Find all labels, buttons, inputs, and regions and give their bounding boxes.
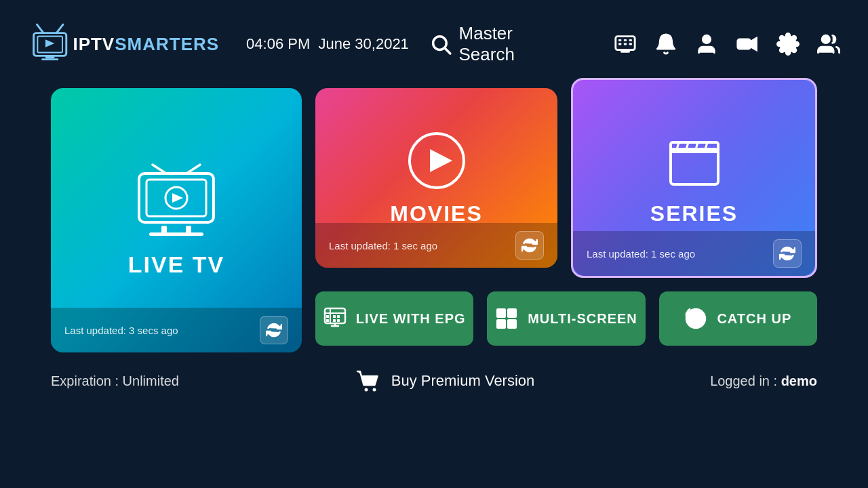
- multi-screen-label: MULTI-SCREEN: [528, 311, 637, 327]
- svg-rect-54: [507, 308, 517, 318]
- svg-point-18: [703, 35, 710, 43]
- multi-user-icon-btn[interactable]: [816, 32, 841, 56]
- svg-rect-5: [45, 56, 54, 58]
- svg-rect-56: [507, 319, 517, 329]
- svg-marker-20: [750, 37, 757, 51]
- bottom-buttons-row: LIVE WITH EPG MULTI-SCREEN: [315, 291, 817, 346]
- svg-point-23: [822, 35, 829, 43]
- epg-icon-btn[interactable]: [613, 32, 637, 56]
- svg-marker-34: [430, 149, 452, 172]
- svg-rect-45: [333, 315, 336, 318]
- buy-premium-label: Buy Premium Version: [391, 372, 535, 390]
- settings-icon-btn[interactable]: [776, 32, 800, 56]
- logo: IPTVSMARTERS: [27, 20, 219, 68]
- cart-icon: [355, 367, 382, 394]
- series-card[interactable]: SERIES Last updated: 1 sec ago: [571, 78, 817, 278]
- movies-last-updated: Last updated: 1 sec ago: [329, 240, 437, 251]
- movies-footer: Last updated: 1 sec ago: [315, 223, 557, 268]
- svg-rect-11: [624, 39, 627, 41]
- header-icons: REC: [613, 32, 841, 56]
- svg-rect-35: [671, 149, 718, 184]
- live-tv-title: LIVE TV: [128, 251, 224, 278]
- svg-line-1: [56, 24, 63, 33]
- svg-rect-13: [618, 43, 621, 45]
- svg-rect-55: [496, 319, 506, 329]
- live-tv-refresh-btn[interactable]: [260, 316, 288, 344]
- svg-rect-10: [618, 39, 621, 41]
- svg-rect-49: [326, 315, 329, 318]
- live-tv-icon: [129, 163, 224, 238]
- svg-rect-12: [629, 39, 632, 41]
- svg-marker-4: [45, 39, 54, 47]
- record-icon-btn[interactable]: REC: [735, 32, 760, 56]
- series-title: SERIES: [650, 201, 738, 226]
- live-tv-footer: Last updated: 3 secs ago: [51, 308, 302, 352]
- multi-screen-btn[interactable]: MULTI-SCREEN: [487, 291, 645, 346]
- svg-point-59: [372, 388, 376, 392]
- catch-up-icon: [684, 307, 707, 330]
- svg-rect-48: [337, 319, 340, 322]
- live-epg-label: LIVE WITH EPG: [356, 311, 466, 327]
- movies-refresh-btn[interactable]: [515, 231, 544, 260]
- live-tv-last-updated: Last updated: 3 secs ago: [64, 325, 178, 336]
- live-tv-card[interactable]: LIVE TV Last updated: 3 secs ago: [51, 88, 302, 352]
- svg-rect-46: [337, 315, 340, 318]
- series-refresh-btn[interactable]: [773, 239, 802, 268]
- svg-marker-29: [172, 193, 183, 203]
- svg-rect-47: [333, 319, 336, 322]
- movies-icon: [406, 130, 467, 191]
- svg-line-0: [37, 24, 43, 33]
- top-cards-row: MOVIES Last updated: 1 sec ago: [315, 88, 817, 278]
- series-footer: Last updated: 1 sec ago: [573, 231, 815, 276]
- svg-text:REC: REC: [741, 43, 751, 48]
- right-column: MOVIES Last updated: 1 sec ago: [315, 88, 817, 346]
- profile-icon-btn[interactable]: [694, 32, 719, 56]
- svg-point-58: [364, 388, 368, 392]
- svg-rect-14: [624, 43, 627, 45]
- main-content: LIVE TV Last updated: 3 secs ago: [0, 88, 868, 352]
- notification-icon-btn[interactable]: [654, 32, 678, 56]
- svg-rect-15: [629, 43, 632, 45]
- live-epg-btn[interactable]: LIVE WITH EPG: [315, 291, 473, 346]
- logged-in-area: Logged in : demo: [710, 373, 817, 389]
- catch-up-btn[interactable]: CATCH UP: [659, 291, 817, 346]
- search-area[interactable]: Master Search: [429, 23, 572, 65]
- epg-btn-icon: [323, 307, 347, 330]
- catch-up-label: CATCH UP: [717, 311, 791, 327]
- search-label: Master Search: [459, 23, 572, 65]
- svg-rect-32: [149, 232, 203, 236]
- svg-rect-50: [326, 319, 329, 322]
- movies-title: MOVIES: [390, 201, 482, 226]
- movies-card[interactable]: MOVIES Last updated: 1 sec ago: [315, 88, 557, 268]
- expiration-text: Expiration : Unlimited: [51, 373, 179, 389]
- svg-line-8: [445, 48, 450, 54]
- footer: Expiration : Unlimited Buy Premium Versi…: [0, 352, 868, 394]
- search-icon: [429, 33, 452, 56]
- series-icon: [664, 130, 725, 191]
- logo-text: IPTVSMARTERS: [73, 34, 219, 55]
- header: IPTVSMARTERS 04:06 PM June 30,2021 Maste…: [0, 0, 868, 88]
- buy-premium-btn[interactable]: Buy Premium Version: [355, 367, 535, 394]
- svg-rect-6: [41, 58, 58, 60]
- datetime: 04:06 PM June 30,2021: [246, 35, 409, 53]
- username: demo: [781, 373, 817, 388]
- svg-rect-53: [496, 308, 506, 318]
- cards-row: LIVE TV Last updated: 3 secs ago: [51, 88, 817, 352]
- series-last-updated: Last updated: 1 sec ago: [587, 248, 695, 260]
- multi-screen-icon: [495, 307, 518, 330]
- logged-in-label: Logged in :: [710, 373, 781, 388]
